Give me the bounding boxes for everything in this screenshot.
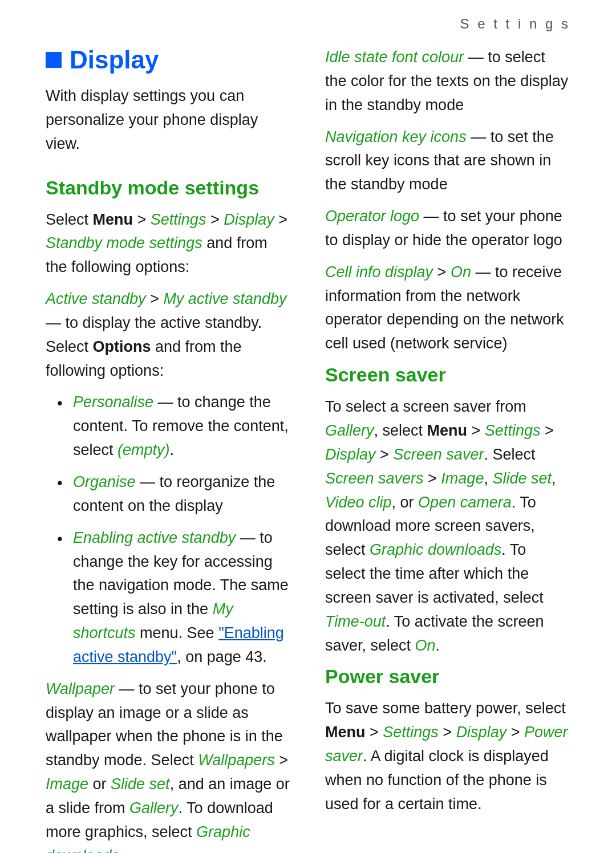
screen-saver-heading: Screen saver <box>325 364 570 386</box>
intro-text: With display settings you can personaliz… <box>46 84 291 156</box>
title-square-icon <box>46 52 62 68</box>
page-title-block: Display <box>46 46 291 74</box>
list-item-personalise: Personalise — to change the content. To … <box>57 391 291 462</box>
power-saver-text: To save some battery power, select Menu … <box>325 697 570 816</box>
list-item-enabling-standby: Enabling active standby — to change the … <box>57 526 291 669</box>
right-column: Idle state font colour — to select the c… <box>325 46 570 853</box>
standby-mode-heading: Standby mode settings <box>46 177 291 199</box>
screen-saver-text: To select a screen saver from Gallery, s… <box>325 395 570 657</box>
power-saver-heading: Power saver <box>325 665 570 688</box>
page-header: S e t t i n g s <box>460 16 570 32</box>
standby-intro: Select Menu > Settings > Display > Stand… <box>46 208 291 280</box>
options-list: Personalise — to change the content. To … <box>57 391 291 669</box>
idle-font-text: Idle state font colour — to select the c… <box>325 46 570 117</box>
wallpaper-text: Wallpaper — to set your phone to display… <box>46 677 291 853</box>
list-item-organise: Organise — to reorganize the content on … <box>57 470 291 518</box>
active-standby-label: Active standby > My active standby — to … <box>46 287 291 383</box>
left-column: Display With display settings you can pe… <box>46 46 291 853</box>
nav-icons-text: Navigation key icons — to set the scroll… <box>325 125 570 197</box>
operator-logo-text: Operator logo — to set your phone to dis… <box>325 205 570 253</box>
page-title: Display <box>70 46 159 74</box>
cell-info-text: Cell info display > On — to receive info… <box>325 261 570 356</box>
